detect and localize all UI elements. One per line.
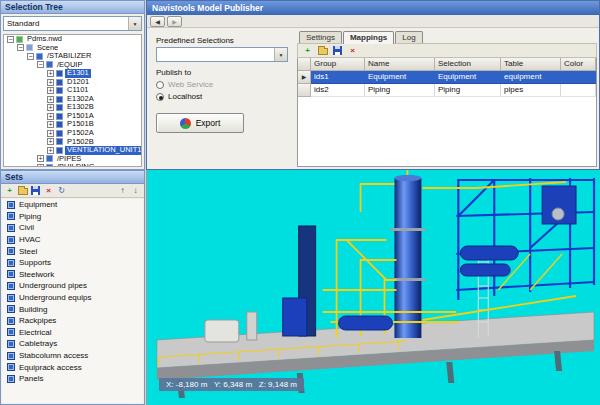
add-mapping-icon[interactable]: +	[302, 45, 313, 56]
set-item-label: Panels	[19, 374, 43, 383]
set-icon	[7, 305, 15, 313]
publish-to-label: Publish to	[156, 68, 288, 77]
set-icon	[7, 282, 15, 290]
web-service-radio[interactable]: Web Service	[156, 80, 288, 89]
set-item-label: Supports	[19, 258, 51, 267]
set-item-label: Steel	[19, 247, 37, 256]
tab-mappings[interactable]: Mappings	[343, 31, 394, 44]
refresh-sets-icon[interactable]: ↻	[56, 185, 67, 196]
chevron-down-icon[interactable]: ▼	[128, 17, 141, 30]
tree-expander-icon[interactable]	[17, 44, 24, 51]
grid-header-selection[interactable]: Selection	[435, 58, 501, 71]
save-mappings-icon[interactable]	[332, 45, 343, 56]
sets-title: Sets	[5, 172, 23, 182]
equipment-item-icon	[56, 79, 63, 86]
tree-expander-icon[interactable]	[37, 155, 44, 162]
tree-node[interactable]: /BUILDING	[4, 163, 141, 167]
cell-selection: Piping	[435, 84, 501, 97]
sets-panel: Sets + × ↻ ↑ ↓ Equipment Piping Civil HV…	[0, 170, 145, 405]
tree-expander-icon[interactable]	[47, 104, 54, 111]
set-item[interactable]: Steel	[2, 245, 143, 257]
set-icon	[7, 294, 15, 302]
set-item[interactable]: Cabletrays	[2, 338, 143, 350]
sort-descending-icon[interactable]: ↓	[130, 185, 141, 196]
set-item[interactable]: Stabcolumn access	[2, 350, 143, 362]
set-item[interactable]: Piping	[2, 211, 143, 223]
delete-mapping-icon[interactable]: ×	[347, 45, 358, 56]
chevron-down-icon[interactable]: ▼	[274, 48, 287, 61]
grid-header-color[interactable]: Color	[561, 58, 596, 71]
publisher-titlebar[interactable]: Navistools Model Publisher	[147, 1, 599, 15]
sort-ascending-icon[interactable]: ↑	[117, 185, 128, 196]
publisher-tabs: Settings Mappings Log	[297, 30, 597, 43]
tree-expander-icon[interactable]	[47, 121, 54, 128]
tab-log[interactable]: Log	[395, 31, 422, 43]
set-item-label: Equipment	[19, 200, 57, 209]
tree-expander-icon[interactable]	[7, 36, 14, 43]
add-set-icon[interactable]: +	[4, 185, 15, 196]
publisher-sidebar: Predefined Selections ▼ Publish to Web S…	[147, 28, 297, 169]
selection-mode-dropdown[interactable]: Standard ▼	[3, 16, 142, 31]
set-item[interactable]: Civil	[2, 222, 143, 234]
set-item-label: Building	[19, 305, 47, 314]
set-item[interactable]: Underground pipes	[2, 280, 143, 292]
grid-header-table[interactable]: Table	[501, 58, 561, 71]
publisher-window: Navistools Model Publisher ◀ ▶ Predefine…	[146, 0, 600, 170]
viewport-3d[interactable]: X: -8,180 m Y: 6,348 m Z: 9,148 m	[146, 170, 600, 405]
set-item-label: Underground pipes	[19, 281, 87, 290]
grid-row[interactable]: ▶ ids1 Equipment Equipment equipment	[298, 71, 596, 84]
equipment-item-icon	[56, 70, 63, 77]
tree-expander-icon[interactable]	[47, 138, 54, 145]
set-item-label: Civil	[19, 223, 34, 232]
set-item[interactable]: Rackpipes	[2, 315, 143, 327]
set-item[interactable]: Underground equips	[2, 292, 143, 304]
tree-expander-icon[interactable]	[47, 87, 54, 94]
set-item[interactable]: Electrical	[2, 327, 143, 339]
cell-color	[561, 71, 596, 84]
tree-expander-icon[interactable]	[47, 70, 54, 77]
set-item[interactable]: HVAC	[2, 234, 143, 246]
sets-list: Equipment Piping Civil HVAC Steel Suppor…	[2, 199, 143, 403]
delete-set-icon[interactable]: ×	[43, 185, 54, 196]
set-icon	[7, 328, 15, 336]
export-button[interactable]: Export	[156, 113, 244, 133]
tree-expander-icon[interactable]	[37, 61, 44, 68]
tree-node[interactable]: Pdms.nwd	[4, 35, 141, 44]
tree-expander-icon[interactable]	[47, 113, 54, 120]
new-folder-icon[interactable]	[17, 185, 28, 196]
grid-selector-header	[298, 58, 311, 71]
set-item[interactable]: Steelwork	[2, 269, 143, 281]
grid-header-name[interactable]: Name	[365, 58, 435, 71]
set-item[interactable]: Building	[2, 303, 143, 315]
grid-row[interactable]: ids2 Piping Piping pipes	[298, 84, 596, 97]
set-item[interactable]: Supports	[2, 257, 143, 269]
sets-titlebar[interactable]: Sets	[1, 171, 144, 184]
set-item[interactable]: Equiprack access	[2, 361, 143, 373]
tree-expander-icon[interactable]	[27, 53, 34, 60]
forward-icon[interactable]: ▶	[167, 16, 182, 27]
viewport-3d-model[interactable]	[147, 170, 600, 405]
back-icon[interactable]: ◀	[150, 16, 165, 27]
set-item-label: Equiprack access	[19, 363, 82, 372]
cell-group: ids2	[311, 84, 365, 97]
tab-settings[interactable]: Settings	[299, 31, 342, 43]
tree-expander-icon[interactable]	[37, 164, 44, 167]
set-item[interactable]: Equipment	[2, 199, 143, 211]
coordinates-readout: X: -8,180 m Y: 6,348 m Z: 9,148 m	[159, 378, 304, 391]
tree-expander-icon[interactable]	[47, 79, 54, 86]
localhost-radio[interactable]: Localhost	[156, 92, 288, 101]
mappings-toolbar: + ×	[297, 43, 597, 58]
cell-table: equipment	[501, 71, 561, 84]
tree-expander-icon[interactable]	[47, 147, 54, 154]
cell-name: Piping	[365, 84, 435, 97]
save-sets-icon[interactable]	[30, 185, 41, 196]
open-mappings-icon[interactable]	[317, 45, 328, 56]
selection-tree-titlebar[interactable]: Selection Tree	[1, 1, 144, 14]
tree-expander-icon[interactable]	[47, 130, 54, 137]
set-item[interactable]: Panels	[2, 373, 143, 385]
grid-header-group[interactable]: Group	[311, 58, 365, 71]
predefined-selections-dropdown[interactable]: ▼	[156, 47, 288, 62]
equipment-item-icon	[56, 147, 63, 154]
tree-expander-icon[interactable]	[47, 96, 54, 103]
export-sphere-icon	[180, 118, 191, 129]
